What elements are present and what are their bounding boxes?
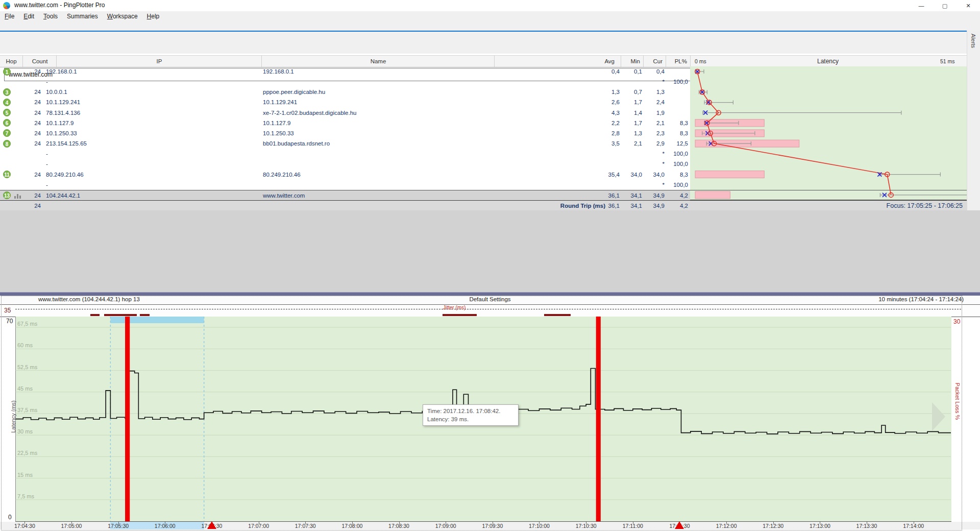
min-cell: 1,7 bbox=[622, 118, 642, 128]
cur-cell: * bbox=[644, 159, 665, 169]
latency-tooltip: Time: 2017.12.16. 17:08:42. Latency: 39 … bbox=[423, 404, 519, 426]
min-cell: 34,0 bbox=[622, 170, 642, 180]
empty-area bbox=[0, 210, 980, 292]
hop-number-badge: 11 bbox=[3, 171, 11, 178]
title-bar: www.twitter.com - PingPlotter Pro — ▢ ✕ bbox=[0, 0, 980, 12]
ip-cell: 10.1.250.33 bbox=[46, 128, 255, 138]
avg-cell: 2,2 bbox=[585, 118, 620, 128]
ip-cell: - bbox=[46, 180, 255, 190]
close-button[interactable]: ✕ bbox=[957, 0, 980, 11]
avg-cell: 35,4 bbox=[585, 170, 620, 180]
ip-cell: 192.168.0.1 bbox=[46, 66, 255, 77]
summary-pl: 4,2 bbox=[667, 201, 688, 211]
pl-cell: 100,0 bbox=[667, 159, 688, 169]
count-cell: 24 bbox=[22, 138, 41, 149]
avg-cell: 2,6 bbox=[585, 97, 620, 107]
toolbar: www.twitter.com▼ ▼ Interval 2,5 seconds▼… bbox=[0, 32, 980, 54]
cur-cell: 0,4 bbox=[644, 66, 665, 77]
tab-bar: ≡ All Targets✖ www.twitter.com✔ + ◂ ▸ ▾ bbox=[0, 19, 980, 31]
tooltip-latency: Latency: 39 ms. bbox=[427, 415, 514, 423]
min-cell: 34,1 bbox=[622, 190, 642, 201]
count-cell: 24 bbox=[22, 66, 41, 77]
min-cell: 1,3 bbox=[622, 128, 642, 138]
avg-cell: 1,3 bbox=[585, 87, 620, 97]
hop-number-badge: 6 bbox=[3, 119, 11, 127]
col-header-avg[interactable]: Avg bbox=[494, 56, 621, 67]
count-cell: 24 bbox=[22, 97, 41, 107]
ip-cell: 104.244.42.1 bbox=[46, 190, 255, 201]
name-cell: xe-7-2-1.cr02.budapest.digicable.hu bbox=[263, 108, 487, 118]
pl-cell: 100,0 bbox=[667, 77, 688, 87]
cur-cell: 34,9 bbox=[644, 190, 665, 201]
col-header-count[interactable]: Count bbox=[22, 56, 57, 67]
cur-cell: 2,1 bbox=[644, 118, 665, 128]
ip-cell: - bbox=[46, 149, 255, 159]
timeline-graph-icon bbox=[14, 194, 21, 199]
ip-cell: - bbox=[46, 77, 255, 87]
pl-cell: 100,0 bbox=[667, 180, 688, 190]
count-cell: 24 bbox=[22, 190, 41, 201]
avg-cell: 3,5 bbox=[585, 138, 620, 149]
maximize-button[interactable]: ▢ bbox=[933, 0, 957, 11]
count-cell: 24 bbox=[22, 108, 41, 118]
summary-focus-range: Focus: 17:05:25 - 17:06:25 bbox=[810, 201, 963, 211]
min-cell: 0,1 bbox=[622, 66, 642, 77]
ip-cell: 213.154.125.65 bbox=[46, 138, 255, 149]
pane-splitter[interactable] bbox=[0, 292, 980, 296]
hop-number-badge: 8 bbox=[3, 140, 11, 148]
hop-number-badge: 7 bbox=[3, 129, 11, 137]
pl-cell: 12,5 bbox=[667, 138, 688, 149]
min-cell: 0,7 bbox=[622, 87, 642, 97]
cur-cell: * bbox=[644, 77, 665, 87]
cur-cell: * bbox=[644, 149, 665, 159]
pl-cell: 100,0 bbox=[667, 149, 688, 159]
avg-cell: 0,4 bbox=[585, 66, 620, 77]
cur-cell: 2,4 bbox=[644, 97, 665, 107]
cur-cell: 34,0 bbox=[644, 170, 665, 180]
count-cell: 24 bbox=[22, 118, 41, 128]
ip-cell: 10.1.127.9 bbox=[46, 118, 255, 128]
pl-cell: 4,2 bbox=[667, 190, 688, 201]
name-cell: 192.168.0.1 bbox=[263, 66, 487, 77]
cur-cell: 2,9 bbox=[644, 138, 665, 149]
name-cell: 80.249.210.46 bbox=[263, 170, 487, 180]
ip-cell: 10.1.129.241 bbox=[46, 97, 255, 107]
window-title: www.twitter.com - PingPlotter Pro bbox=[14, 2, 105, 9]
ip-cell: 80.249.210.46 bbox=[46, 170, 255, 180]
cur-cell: 1,3 bbox=[644, 87, 665, 97]
hop-number-badge: 5 bbox=[3, 109, 11, 116]
min-cell: 1,7 bbox=[622, 97, 642, 107]
round-trip-summary-row: 24 Round Trip (ms) 36,1 34,1 34,9 4,2 Fo… bbox=[0, 200, 967, 211]
cur-cell: * bbox=[644, 180, 665, 190]
col-header-name[interactable]: Name bbox=[261, 56, 495, 67]
col-header-hop[interactable]: Hop bbox=[0, 56, 22, 67]
hop-latency-chart bbox=[690, 66, 967, 200]
hop-number-badge: 1 bbox=[3, 68, 11, 76]
col-header-cur[interactable]: Cur bbox=[643, 56, 666, 67]
col-header-latency[interactable]: Latency bbox=[716, 56, 940, 67]
col-header-pl[interactable]: PL% bbox=[666, 56, 690, 67]
hop-number-badge: 4 bbox=[3, 99, 11, 106]
avg-cell: 36,1 bbox=[585, 190, 620, 201]
pingplotter-window: www.twitter.com - PingPlotter Pro — ▢ ✕ … bbox=[0, 0, 980, 531]
avg-cell: 2,8 bbox=[585, 128, 620, 138]
count-cell: 24 bbox=[22, 170, 41, 180]
cur-cell: 2,3 bbox=[644, 128, 665, 138]
summary-min: 34,1 bbox=[622, 201, 642, 211]
cur-cell: 1,9 bbox=[644, 108, 665, 118]
name-cell: pppoe.peer.digicable.hu bbox=[263, 87, 487, 97]
col-header-min[interactable]: Min bbox=[621, 56, 643, 67]
packet-loss-bar bbox=[695, 171, 764, 178]
summary-avg: 36,1 bbox=[585, 201, 620, 211]
summary-cur: 34,9 bbox=[644, 201, 665, 211]
count-cell: 24 bbox=[22, 128, 41, 138]
pl-cell: 8,3 bbox=[667, 128, 688, 138]
pl-cell: 8,3 bbox=[667, 118, 688, 128]
minimize-button[interactable]: — bbox=[910, 0, 933, 11]
min-cell: 2,1 bbox=[622, 138, 642, 149]
name-cell: 10.1.129.241 bbox=[263, 97, 487, 107]
col-header-ip[interactable]: IP bbox=[56, 56, 262, 67]
latency-axis-max-label: 51 ms bbox=[940, 56, 967, 67]
trace-table-header: Hop Count IP Name Avg Min Cur PL% 0 ms L… bbox=[0, 55, 967, 67]
packet-loss-bar bbox=[695, 191, 730, 199]
